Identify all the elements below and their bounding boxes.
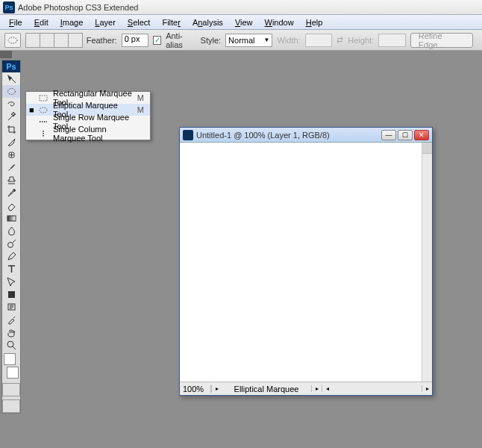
tools-panel: Ps bbox=[1, 60, 21, 414]
menu-bar: FileEditImageLayerSelectFilterAnalysisVi… bbox=[0, 15, 482, 30]
quickmask-button[interactable] bbox=[2, 383, 20, 396]
selected-dot-icon: ■ bbox=[29, 105, 34, 114]
document-window: Untitled-1 @ 100% (Layer 1, RGB/8) — ☐ ✕… bbox=[179, 127, 433, 396]
menu-item[interactable]: View bbox=[229, 16, 259, 28]
marquee-tool[interactable] bbox=[2, 85, 20, 98]
style-select[interactable]: Normal ▼ bbox=[225, 34, 272, 47]
flyout-item[interactable]: Single Column Marquee Tool bbox=[26, 128, 150, 140]
svg-point-10 bbox=[40, 108, 47, 113]
crop-tool[interactable] bbox=[2, 123, 20, 136]
menu-item[interactable]: Window bbox=[259, 16, 300, 28]
ellipse-icon bbox=[38, 106, 48, 114]
svg-point-1 bbox=[7, 89, 15, 95]
color-swatches[interactable] bbox=[4, 353, 19, 379]
height-label: Height: bbox=[348, 36, 374, 45]
ps-app-icon: Ps bbox=[3, 1, 15, 13]
svg-point-5 bbox=[7, 243, 13, 248]
screen-modes bbox=[2, 383, 20, 396]
svg-point-0 bbox=[8, 37, 17, 43]
document-titlebar[interactable]: Untitled-1 @ 100% (Layer 1, RGB/8) — ☐ ✕ bbox=[180, 128, 432, 143]
app-title: Adobe Photoshop CS3 Extended bbox=[18, 3, 138, 12]
document-title: Untitled-1 @ 100% (Layer 1, RGB/8) bbox=[196, 131, 380, 140]
app-titlebar: Ps Adobe Photoshop CS3 Extended bbox=[0, 0, 482, 15]
svg-rect-9 bbox=[40, 96, 47, 101]
shape-tool[interactable] bbox=[2, 288, 20, 301]
sel-intersect-button[interactable] bbox=[68, 33, 83, 48]
hand-tool[interactable] bbox=[2, 326, 20, 339]
menu-item[interactable]: Image bbox=[54, 16, 90, 28]
blur-tool[interactable] bbox=[2, 225, 20, 237]
chevron-down-icon: ▼ bbox=[264, 37, 270, 43]
marquee-flyout-menu: Rectangular Marquee ToolM■Elliptical Mar… bbox=[25, 91, 151, 140]
menu-item[interactable]: Help bbox=[300, 16, 329, 28]
brush-tool[interactable] bbox=[2, 161, 20, 174]
col-icon bbox=[38, 130, 48, 138]
sel-add-button[interactable] bbox=[40, 33, 54, 48]
flyout-shortcut: M bbox=[137, 93, 147, 102]
eraser-tool[interactable] bbox=[2, 199, 20, 212]
style-label: Style: bbox=[201, 36, 222, 45]
antialias-checkbox[interactable]: ✓ bbox=[153, 36, 161, 45]
hscroll-right[interactable]: ▸ bbox=[422, 385, 432, 392]
stamp-tool[interactable] bbox=[2, 174, 20, 187]
heal-tool[interactable] bbox=[2, 149, 20, 161]
menu-item[interactable]: Edit bbox=[28, 16, 54, 28]
selection-mode-group bbox=[25, 33, 82, 48]
history-tool[interactable] bbox=[2, 187, 20, 199]
screen-modes-2 bbox=[2, 399, 20, 413]
menu-item[interactable]: Analysis bbox=[187, 16, 229, 28]
status-arrow-icon[interactable]: ▸ bbox=[311, 385, 322, 392]
path-tool[interactable] bbox=[2, 276, 20, 288]
flyout-item-label: Single Column Marquee Tool bbox=[53, 125, 140, 143]
canvas[interactable] bbox=[180, 143, 422, 382]
swap-icon: ⇄ bbox=[337, 35, 343, 45]
foreground-color-swatch[interactable] bbox=[4, 353, 16, 365]
lasso-tool[interactable] bbox=[2, 98, 20, 111]
move-tool[interactable] bbox=[2, 72, 20, 85]
rect-icon bbox=[38, 94, 48, 102]
menu-item[interactable]: Select bbox=[122, 16, 157, 28]
width-input bbox=[305, 34, 333, 47]
status-menu-icon[interactable]: ▸ bbox=[211, 385, 222, 392]
wand-tool[interactable] bbox=[2, 111, 20, 123]
zoom-tool[interactable] bbox=[2, 339, 20, 352]
maximize-button[interactable]: ☐ bbox=[398, 130, 413, 140]
status-info: Elliptical Marquee bbox=[222, 385, 311, 393]
notes-tool[interactable] bbox=[2, 301, 20, 314]
antialias-label: Anti-alias bbox=[166, 31, 195, 49]
sel-subtract-button[interactable] bbox=[54, 33, 69, 48]
minimize-button[interactable]: — bbox=[381, 130, 396, 140]
document-icon bbox=[183, 130, 193, 140]
gradient-tool[interactable] bbox=[2, 212, 20, 225]
menu-item[interactable]: File bbox=[3, 16, 28, 28]
options-bar: Feather: 0 px ✓ Anti-alias Style: Normal… bbox=[0, 30, 482, 51]
screenmode-button[interactable] bbox=[2, 399, 20, 413]
row-icon bbox=[38, 118, 48, 126]
slice-tool[interactable] bbox=[2, 136, 20, 149]
height-input bbox=[378, 34, 406, 47]
background-color-swatch[interactable] bbox=[7, 367, 19, 379]
refine-edge-button[interactable]: Refine Edge... bbox=[410, 33, 473, 48]
menu-item[interactable]: Filter bbox=[156, 16, 186, 28]
menu-item[interactable]: Layer bbox=[89, 16, 122, 28]
svg-rect-6 bbox=[8, 291, 15, 298]
pen-tool[interactable] bbox=[2, 250, 20, 263]
document-statusbar: 100% ▸ Elliptical Marquee ▸ ◂ ▸ bbox=[180, 382, 432, 395]
panel-expand-handle[interactable] bbox=[0, 51, 12, 58]
width-label: Width: bbox=[277, 36, 300, 45]
zoom-field[interactable]: 100% bbox=[180, 385, 211, 393]
eyedrop-tool[interactable] bbox=[2, 314, 20, 326]
active-tool-indicator[interactable] bbox=[4, 33, 21, 48]
hscroll-left[interactable]: ◂ bbox=[322, 385, 332, 392]
svg-point-3 bbox=[13, 190, 15, 192]
feather-input[interactable]: 0 px bbox=[122, 34, 149, 47]
svg-rect-4 bbox=[7, 216, 16, 221]
vertical-scrollbar[interactable] bbox=[422, 143, 432, 382]
document-body bbox=[180, 143, 432, 382]
dodge-tool[interactable] bbox=[2, 237, 20, 250]
sel-new-button[interactable] bbox=[25, 33, 40, 48]
tools-panel-header: Ps bbox=[2, 60, 20, 72]
type-tool[interactable] bbox=[2, 263, 20, 276]
svg-point-8 bbox=[7, 341, 13, 347]
close-button[interactable]: ✕ bbox=[414, 130, 429, 140]
